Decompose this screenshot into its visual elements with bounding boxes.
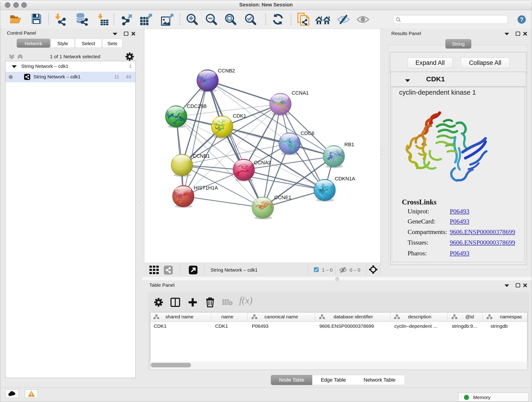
svg-text:CDK1: CDK1 bbox=[233, 113, 246, 119]
svg-text:CDC25B: CDC25B bbox=[187, 103, 207, 109]
svg-text:CDKN1A: CDKN1A bbox=[335, 176, 355, 182]
svg-text:CCNB1: CCNB1 bbox=[193, 153, 210, 159]
svg-text:CCNA2: CCNA2 bbox=[254, 160, 271, 166]
svg-text:CCNA1: CCNA1 bbox=[292, 90, 309, 96]
svg-text:HIST1H1A: HIST1H1A bbox=[194, 185, 218, 191]
svg-text:?: ? bbox=[520, 16, 524, 23]
svg-text:CCNB2: CCNB2 bbox=[218, 68, 235, 74]
svg-text:CDC6: CDC6 bbox=[301, 130, 314, 136]
svg-text:CCNE1: CCNE1 bbox=[274, 195, 291, 200]
svg-text:RB1: RB1 bbox=[344, 142, 354, 147]
